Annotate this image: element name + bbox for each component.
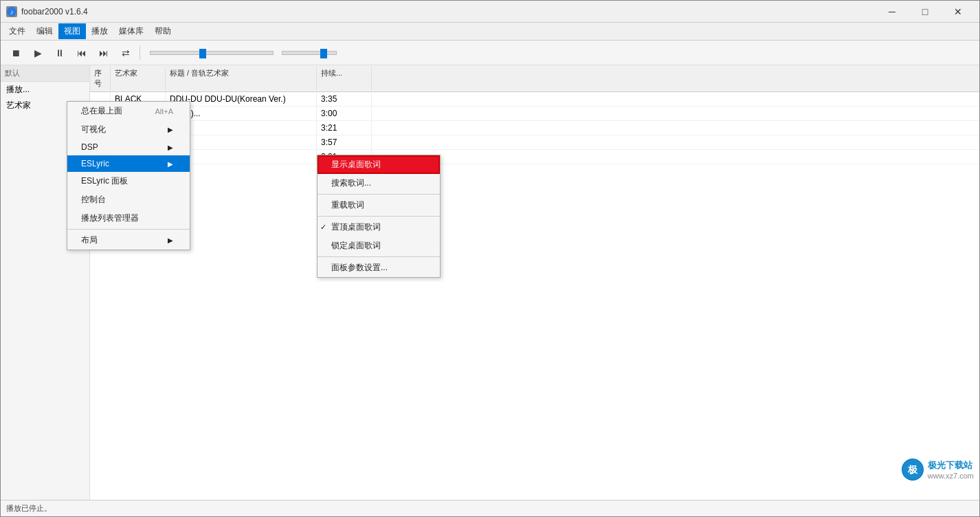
status-text: 播放已停止。 [6, 503, 52, 514]
progress-bar[interactable] [150, 51, 274, 55]
submenu-reload-lyrics[interactable]: 重载歌词 [318, 196, 440, 214]
toolbar: ⏹ ▶ ⏸ ⏮ ⏭ ⇄ [1, 41, 979, 65]
stop-button[interactable]: ⏹ [6, 44, 25, 62]
track-row[interactable]: BLACK 3:21 [90, 121, 979, 135]
menu-edit[interactable]: 编辑 [31, 23, 58, 39]
content-area: 默认 播放... 艺术家 序号 艺术家 标题 / 音轨艺术家 持续... BLA… [1, 65, 979, 500]
play-button[interactable]: ▶ [28, 44, 47, 62]
menu-file[interactable]: 文件 [3, 23, 31, 39]
window-controls: ─ □ ✕ [876, 2, 974, 21]
menu-visualize[interactable]: 可视化 ▶ [67, 120, 190, 139]
submenu-separator3 [318, 256, 440, 257]
menu-view[interactable]: 视图 [58, 23, 86, 39]
menu-always-on-top[interactable]: 总在最上面 Alt+A [67, 102, 190, 120]
track-duration: 3:35 [317, 92, 372, 106]
track-row[interactable]: BLACK DDU-DU DDU-DU(Korean Ver.) 3:35 [90, 92, 979, 107]
menu-console[interactable]: 控制台 [67, 190, 190, 209]
menu-playlist-manager[interactable]: 播放列表管理器 [67, 209, 190, 228]
eslyric-submenu: 显示桌面歌词 搜索歌词... 重载歌词 ✓ 置顶桌面歌词 锁定桌面歌词 [317, 155, 441, 278]
menu-help[interactable]: 帮助 [149, 23, 177, 39]
header-artist: 艺术家 [111, 67, 166, 90]
statusbar: 播放已停止。 [1, 500, 979, 516]
main-window: ♪ foobar2000 v1.6.4 ─ □ ✕ 文件 编辑 视图 播放 媒体… [0, 0, 980, 517]
track-duration: 3:21 [317, 121, 372, 135]
track-list: BLACK DDU-DU DDU-DU(Korean Ver.) 3:35 ? … [90, 92, 979, 500]
watermark-url: www.xz7.com [928, 472, 974, 480]
submenu-separator [318, 194, 440, 195]
menu-dsp[interactable]: DSP ▶ [67, 139, 190, 155]
watermark-text-container: 极光下载站 www.xz7.com [928, 459, 974, 480]
checkmark-icon: ✓ [320, 223, 326, 232]
progress-container [147, 51, 276, 55]
track-row[interactable]: BLACK 3:57 [90, 135, 979, 150]
submenu-search-lyrics[interactable]: 搜索歌词... [318, 174, 440, 192]
svg-text:极: 极 [907, 464, 918, 475]
track-row[interactable]: ? - ? h Ver.)... 3:00 [90, 107, 979, 121]
submenu-pin-desktop-lyrics[interactable]: ✓ 置顶桌面歌词 [318, 218, 440, 236]
header-title: 标题 / 音轨艺术家 [166, 67, 317, 90]
menu-eslyric-panel[interactable]: ESLyric 面板 [67, 172, 190, 190]
submenu-lock-desktop-lyrics[interactable]: 锁定桌面歌词 [318, 236, 440, 255]
close-button[interactable]: ✕ [942, 2, 974, 21]
pause-button[interactable]: ⏸ [50, 44, 69, 62]
next-button[interactable]: ⏭ [94, 44, 113, 62]
progress-thumb[interactable] [199, 49, 206, 58]
sidebar-header: 默认 [1, 65, 89, 82]
submenu-panel-settings[interactable]: 面板参数设置... [318, 258, 440, 277]
menu-layout[interactable]: 布局 ▶ [67, 231, 190, 250]
maximize-button[interactable]: □ [909, 2, 941, 21]
volume-slider[interactable] [282, 51, 337, 55]
prev-button[interactable]: ⏮ [72, 44, 91, 62]
watermark-site: 极光下载站 [928, 459, 974, 472]
view-menu: 总在最上面 Alt+A 可视化 ▶ DSP ▶ ESLyric ▶ ESLyri… [67, 101, 190, 250]
main-content: 序号 艺术家 标题 / 音轨艺术家 持续... BLACK DDU-DU DDU… [90, 65, 979, 500]
header-duration: 持续... [317, 67, 372, 90]
svg-text:♪: ♪ [10, 8, 14, 16]
random-button[interactable]: ⇄ [116, 44, 135, 62]
menubar: 文件 编辑 视图 播放 媒体库 帮助 [1, 23, 979, 41]
track-duration: 3:00 [317, 107, 372, 120]
sidebar-item-playback[interactable]: 播放... [1, 82, 89, 98]
submenu-show-desktop-lyrics[interactable]: 显示桌面歌词 [318, 155, 440, 174]
menu-separator [67, 229, 190, 230]
volume-container [282, 51, 337, 55]
watermark-logo: 极 [902, 459, 924, 481]
header-num: 序号 [90, 67, 111, 90]
track-row[interactable]: BLACK 3:01 [90, 150, 979, 164]
watermark: 极 极光下载站 www.xz7.com [902, 459, 974, 481]
window-title: foobar2000 v1.6.4 [21, 7, 876, 16]
toolbar-sep-1 [140, 46, 140, 60]
track-list-header: 序号 艺术家 标题 / 音轨艺术家 持续... [90, 65, 979, 92]
track-duration: 3:57 [317, 135, 372, 149]
volume-thumb[interactable] [320, 49, 327, 58]
menu-play[interactable]: 播放 [86, 23, 113, 39]
titlebar: ♪ foobar2000 v1.6.4 ─ □ ✕ [1, 1, 979, 23]
submenu-separator2 [318, 216, 440, 217]
app-icon: ♪ [6, 6, 17, 17]
menu-library[interactable]: 媒体库 [113, 23, 149, 39]
menu-eslyric[interactable]: ESLyric ▶ [67, 155, 190, 172]
minimize-button[interactable]: ─ [876, 2, 908, 21]
